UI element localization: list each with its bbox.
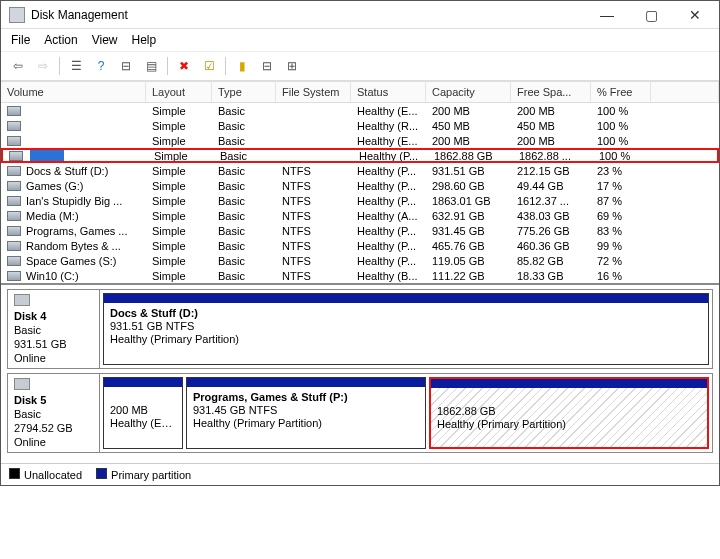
partition-efi[interactable]: 200 MB Healthy (EFI Sys	[103, 377, 183, 449]
partition-title: Programs, Games & Stuff (P:)	[193, 391, 419, 403]
partition-docs[interactable]: Docs & Stuff (D:) 931.51 GB NTFS Healthy…	[103, 293, 709, 365]
extra-button[interactable]: ⊞	[281, 55, 303, 77]
volume-row[interactable]: Docs & Stuff (D:)SimpleBasicNTFSHealthy …	[1, 163, 719, 178]
menu-file[interactable]: File	[11, 33, 30, 47]
pct-cell: 72 %	[591, 253, 651, 268]
volume-grid[interactable]: SimpleBasicHealthy (E...200 MB200 MB100 …	[1, 103, 719, 283]
minimize-button[interactable]: —	[585, 2, 629, 28]
volume-row[interactable]: SimpleBasicHealthy (R...450 MB450 MB100 …	[1, 118, 719, 133]
partition-selected-highlight[interactable]: 1862.88 GB Healthy (Primary Partition)	[429, 377, 709, 449]
volume-cell: Space Games (S:)	[1, 253, 146, 268]
type-cell: Basic	[214, 150, 278, 161]
partition-programs[interactable]: Programs, Games & Stuff (P:) 931.45 GB N…	[186, 377, 426, 449]
volume-row[interactable]: Ian's Stupidly Big ...SimpleBasicNTFSHea…	[1, 193, 719, 208]
capacity-cell: 931.51 GB	[426, 163, 511, 178]
back-button[interactable]: ⇦	[7, 55, 29, 77]
free-cell: 775.26 GB	[511, 223, 591, 238]
col-free[interactable]: Free Spa...	[511, 81, 591, 102]
layout-cell: Simple	[146, 118, 212, 133]
refresh-button[interactable]: ?	[90, 55, 112, 77]
volume-icon	[7, 196, 21, 206]
new-button[interactable]: ▮	[231, 55, 253, 77]
pct-cell: 17 %	[591, 178, 651, 193]
col-filesystem[interactable]: File System	[276, 81, 351, 102]
volume-row[interactable]: SimpleBasicHealthy (E...200 MB200 MB100 …	[1, 103, 719, 118]
volume-row[interactable]: Programs, Games ...SimpleBasicNTFSHealth…	[1, 223, 719, 238]
col-type[interactable]: Type	[212, 81, 276, 102]
properties-icon: ⊟	[262, 59, 272, 73]
volume-icon	[7, 106, 21, 116]
list-button[interactable]: ▤	[140, 55, 162, 77]
arrow-right-icon: ⇨	[38, 59, 48, 73]
volume-row[interactable]: Random Bytes & ...SimpleBasicNTFSHealthy…	[1, 238, 719, 253]
disk-state: Online	[14, 436, 93, 448]
layout-cell: Simple	[146, 133, 212, 148]
volume-icon	[7, 211, 21, 221]
menu-view[interactable]: View	[92, 33, 118, 47]
forward-button[interactable]: ⇨	[32, 55, 54, 77]
volume-cell	[3, 150, 148, 161]
toolbar-sep	[59, 57, 60, 75]
disk-4[interactable]: Disk 4 Basic 931.51 GB Online Docs & Stu…	[7, 289, 713, 369]
col-pctfree[interactable]: % Free	[591, 81, 651, 102]
capacity-cell: 465.76 GB	[426, 238, 511, 253]
volume-cell: Media (M:)	[1, 208, 146, 223]
partition-title: Docs & Stuff (D:)	[110, 307, 702, 319]
partition-stripe	[104, 378, 182, 387]
disk-partitions: 200 MB Healthy (EFI Sys Programs, Games …	[100, 374, 712, 452]
partition-status: Healthy (Primary Partition)	[110, 333, 702, 345]
status-cell: Healthy (P...	[351, 223, 426, 238]
layout-cell: Simple	[148, 150, 214, 161]
maximize-button[interactable]: ▢	[629, 2, 673, 28]
show-hide-button[interactable]: ☰	[65, 55, 87, 77]
layout-cell: Simple	[146, 163, 212, 178]
volume-row[interactable]: Win10 (C:)SimpleBasicNTFSHealthy (B...11…	[1, 268, 719, 283]
close-button[interactable]: ✕	[673, 2, 717, 28]
toolbar-sep	[167, 57, 168, 75]
volume-icon	[7, 271, 21, 281]
status-cell: Healthy (B...	[351, 268, 426, 283]
type-cell: Basic	[212, 208, 276, 223]
refresh-icon: ?	[98, 59, 105, 73]
volume-row[interactable]: Media (M:)SimpleBasicNTFSHealthy (A...63…	[1, 208, 719, 223]
volume-row[interactable]: Space Games (S:)SimpleBasicNTFSHealthy (…	[1, 253, 719, 268]
partition-size: 200 MB	[110, 404, 176, 416]
fs-cell: NTFS	[276, 268, 351, 283]
status-cell: Healthy (R...	[351, 118, 426, 133]
arrow-left-icon: ⇦	[13, 59, 23, 73]
volume-row[interactable]: SimpleBasicHealthy (P...1862.88 GB1862.8…	[1, 148, 719, 163]
col-end	[651, 81, 719, 102]
capacity-cell: 632.91 GB	[426, 208, 511, 223]
fs-cell	[278, 150, 353, 161]
partition-status: Healthy (Primary Partition)	[193, 417, 419, 429]
col-layout[interactable]: Layout	[146, 81, 212, 102]
disk-kind: Basic	[14, 324, 93, 336]
titlebar: Disk Management — ▢ ✕	[1, 1, 719, 29]
type-cell: Basic	[212, 253, 276, 268]
legend: Unallocated Primary partition	[1, 463, 719, 485]
swatch-blue-icon	[96, 468, 107, 479]
volume-row[interactable]: SimpleBasicHealthy (E...200 MB200 MB100 …	[1, 133, 719, 148]
disk-graphical-pane: Disk 4 Basic 931.51 GB Online Docs & Stu…	[1, 283, 719, 463]
settings-button[interactable]: ⊟	[115, 55, 137, 77]
col-status[interactable]: Status	[351, 81, 426, 102]
properties-button[interactable]: ⊟	[256, 55, 278, 77]
pct-cell: 23 %	[591, 163, 651, 178]
check-button[interactable]: ☑	[198, 55, 220, 77]
volume-cell: Docs & Stuff (D:)	[1, 163, 146, 178]
free-cell: 1612.37 ...	[511, 193, 591, 208]
volume-name: Random Bytes & ...	[26, 240, 139, 252]
type-cell: Basic	[212, 118, 276, 133]
status-cell: Healthy (P...	[353, 150, 428, 161]
pct-cell: 100 %	[591, 103, 651, 118]
disk-5[interactable]: Disk 5 Basic 2794.52 GB Online 200 MB He…	[7, 373, 713, 453]
delete-button[interactable]: ✖	[173, 55, 195, 77]
menu-action[interactable]: Action	[44, 33, 77, 47]
disk-state: Online	[14, 352, 93, 364]
type-cell: Basic	[212, 268, 276, 283]
col-capacity[interactable]: Capacity	[426, 81, 511, 102]
volume-row[interactable]: Games (G:)SimpleBasicNTFSHealthy (P...29…	[1, 178, 719, 193]
fs-cell	[276, 103, 351, 118]
menu-help[interactable]: Help	[132, 33, 157, 47]
col-volume[interactable]: Volume	[1, 81, 146, 102]
